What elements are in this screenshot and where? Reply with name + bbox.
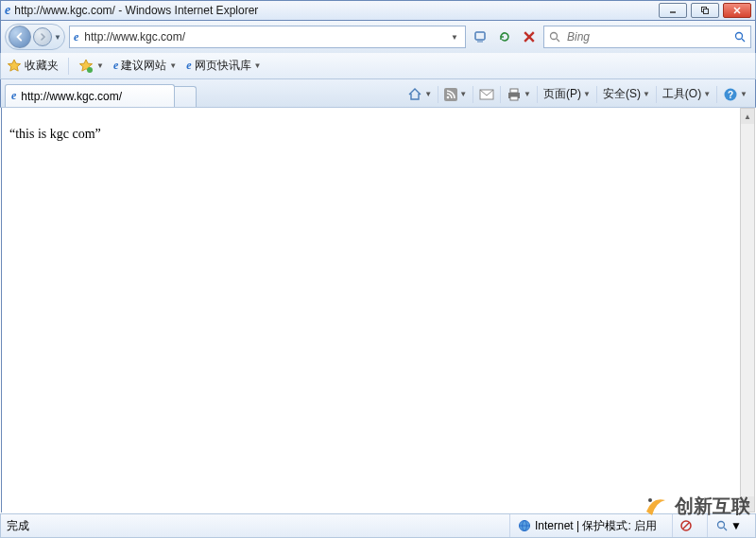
search-provider-icon	[548, 30, 561, 43]
svg-line-12	[742, 39, 745, 42]
tab-title: http://www.kgc.com/	[21, 90, 122, 103]
navigation-bar: ▼ e ▼	[0, 21, 756, 53]
compat-view-button[interactable]	[470, 26, 490, 47]
star-icon	[7, 59, 22, 74]
separator	[596, 86, 597, 103]
command-bar: ▼ ▼ ▼ 页面(P) ▼ 安全(S) ▼ 工具(O) ▼	[404, 84, 751, 107]
maximize-button[interactable]	[691, 3, 719, 18]
vertical-scrollbar[interactable]: ▲ ▼	[740, 108, 755, 512]
svg-point-9	[551, 33, 558, 40]
maximize-icon	[700, 6, 710, 15]
home-icon	[407, 87, 422, 102]
tools-menu-label: 工具(O)	[662, 86, 701, 102]
address-dropdown[interactable]: ▼	[448, 33, 461, 42]
watermark-logo-icon	[643, 493, 669, 519]
ie-logo-icon: e	[5, 3, 10, 18]
zoom-dropdown[interactable]: ▼	[730, 519, 742, 532]
close-icon	[732, 6, 742, 15]
slice-icon: e	[186, 59, 191, 73]
close-button[interactable]	[723, 3, 751, 18]
svg-rect-2	[704, 9, 709, 14]
separator	[656, 86, 657, 103]
separator	[716, 86, 717, 103]
svg-line-10	[557, 39, 559, 42]
stop-button[interactable]	[519, 26, 540, 47]
compat-view-icon	[473, 30, 487, 43]
favorites-bar: 收藏夹 ▼ e 建议网站 ▼ e 网页快讯库 ▼	[0, 53, 756, 79]
tools-menu[interactable]: 工具(O) ▼	[659, 84, 714, 104]
window-titlebar: e http://www.kgc.com/ - Windows Internet…	[0, 0, 756, 21]
safety-menu[interactable]: 安全(S) ▼	[599, 84, 654, 104]
refresh-button[interactable]	[494, 26, 515, 47]
slice-dropdown[interactable]: ▼	[254, 61, 262, 70]
help-button[interactable]: ? ▼	[719, 85, 751, 104]
print-icon	[507, 88, 522, 101]
back-button[interactable]	[9, 26, 31, 48]
add-favorite-button[interactable]: ▼	[78, 59, 104, 74]
address-bar[interactable]: e ▼	[69, 26, 466, 48]
separator	[500, 86, 501, 103]
site-icon: e	[113, 59, 118, 73]
search-input[interactable]	[565, 29, 730, 44]
web-slice-button[interactable]: e 网页快讯库 ▼	[186, 58, 261, 74]
svg-point-13	[87, 67, 93, 73]
favorites-label: 收藏夹	[25, 58, 59, 74]
mail-icon	[479, 89, 494, 100]
refresh-icon	[498, 30, 511, 43]
svg-line-26	[683, 523, 689, 529]
watermark-text: 创新互联	[675, 494, 750, 519]
stop-icon	[524, 31, 535, 43]
web-slice-label: 网页快讯库	[195, 58, 251, 74]
page-menu-label: 页面(P)	[543, 86, 581, 102]
rss-icon	[444, 88, 457, 101]
add-favorite-dropdown[interactable]: ▼	[96, 61, 104, 70]
minimize-button[interactable]	[659, 3, 687, 18]
safety-menu-label: 安全(S)	[603, 86, 641, 102]
suggested-dropdown[interactable]: ▼	[169, 61, 177, 70]
print-button[interactable]: ▼	[503, 86, 535, 103]
page-menu[interactable]: 页面(P) ▼	[540, 84, 594, 104]
help-icon: ?	[723, 87, 738, 102]
shield-off-icon	[680, 520, 692, 531]
forward-button[interactable]	[33, 27, 52, 46]
svg-rect-5	[475, 32, 485, 40]
separator	[438, 86, 438, 103]
new-tab-button[interactable]	[174, 86, 197, 107]
suggested-sites-button[interactable]: e 建议网站 ▼	[113, 58, 177, 74]
back-forward-cluster: ▼	[5, 24, 65, 50]
separator	[68, 58, 69, 75]
svg-point-11	[736, 33, 743, 40]
svg-point-27	[718, 522, 725, 529]
back-arrow-icon	[14, 31, 26, 43]
page-body-text: “this is kgc com”	[9, 127, 101, 141]
suggested-sites-label: 建议网站	[121, 58, 166, 74]
watermark: 创新互联	[643, 493, 750, 519]
forward-arrow-icon	[38, 32, 47, 42]
separator	[472, 86, 473, 103]
globe-icon	[518, 519, 531, 532]
svg-rect-18	[510, 89, 518, 93]
star-add-icon	[78, 59, 94, 74]
status-text: 完成	[7, 518, 29, 534]
svg-line-28	[724, 528, 727, 530]
favorites-button[interactable]: 收藏夹	[7, 58, 59, 74]
separator	[537, 86, 538, 103]
scroll-up-button[interactable]: ▲	[741, 109, 754, 124]
svg-rect-6	[475, 32, 485, 40]
zoom-icon	[715, 519, 729, 532]
svg-rect-19	[510, 96, 518, 100]
tab-favicon: e	[11, 89, 16, 103]
svg-point-29	[648, 498, 652, 502]
history-dropdown[interactable]: ▼	[53, 33, 62, 42]
browser-tab[interactable]: e http://www.kgc.com/	[5, 84, 175, 107]
search-go-icon[interactable]	[733, 30, 747, 43]
svg-point-15	[447, 95, 450, 98]
read-mail-button[interactable]	[475, 87, 498, 102]
search-bar[interactable]	[543, 26, 751, 48]
page-content-area: “this is kgc com”	[1, 108, 740, 512]
feeds-button[interactable]: ▼	[440, 86, 471, 103]
home-button[interactable]: ▼	[404, 85, 436, 104]
address-input[interactable]	[82, 29, 444, 44]
security-zone[interactable]: Internet | 保护模式: 启用	[509, 514, 664, 537]
page-icon: e	[74, 30, 78, 44]
